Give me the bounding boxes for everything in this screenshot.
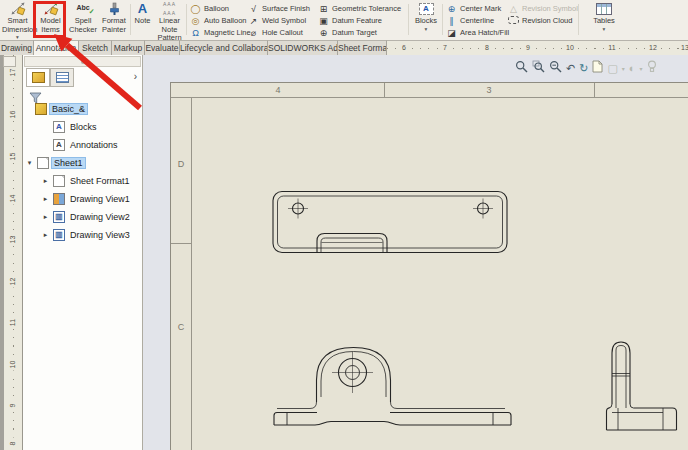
center-mark-button[interactable]: ⊕ Center Mark [446, 3, 501, 14]
revision-cloud-button[interactable]: Revision Cloud [508, 15, 572, 26]
format-painter-button[interactable]: Format Painter [99, 1, 129, 39]
tree-item-drawing-view2[interactable]: ▸ ▥ Drawing View2 [41, 210, 132, 224]
tab-evaluate[interactable]: Evaluate [145, 40, 180, 55]
expand-arrow-icon[interactable]: ▸ [41, 213, 50, 221]
blocks-button[interactable]: A Blocks ▾ [412, 1, 440, 39]
zone-border-line [191, 97, 192, 450]
note-label: Note [135, 16, 151, 25]
ruler-corner-box [3, 56, 16, 67]
zone-column-label: 3 [486, 85, 491, 95]
ribbon-annotation-toolbar: Smart Dimension ▾ Model Items Abc✓ Spell… [0, 0, 688, 41]
centerline-button[interactable]: ∥ Centerline [446, 15, 494, 26]
feature-tree-tab[interactable] [26, 68, 50, 87]
ruler-number: 9 [524, 44, 532, 51]
collapse-arrow-icon[interactable]: ▾ [25, 159, 34, 167]
ruler-number: 13 [9, 234, 16, 246]
horizontal-ruler-ticks [387, 48, 688, 49]
annotations-folder-icon: A [53, 139, 65, 151]
zoom-to-area-icon[interactable] [532, 60, 545, 76]
ribbon-separator [408, 4, 409, 35]
view-settings-caret-icon[interactable]: ▾ [622, 65, 625, 72]
zoom-in-out-icon[interactable] [549, 60, 562, 76]
center-mark-icon: ⊕ [446, 4, 457, 14]
drawing-view-icon: ▥ [53, 229, 65, 241]
revision-symbol-icon: △ [508, 4, 519, 14]
balloon-button[interactable]: ◯ Balloon [190, 3, 229, 14]
tab-markup[interactable]: Markup [112, 40, 145, 55]
surface-finish-icon: √ [248, 4, 259, 14]
geometric-tolerance-button[interactable]: ⊞ Geometric Tolerance [318, 3, 401, 14]
tab-sketch[interactable]: Sketch [79, 40, 112, 55]
graphics-area[interactable]: ↶ ↻ ▢ ▾ ◐ ▾ 4 3 D C [143, 55, 688, 450]
hole-callout-icon: ⌀ [248, 28, 259, 38]
tab-solidworks-addins[interactable]: SOLIDWORKS Add-Ins [268, 40, 338, 55]
note-button[interactable]: A Note [132, 1, 153, 39]
auto-balloon-button[interactable]: ◎ Auto Balloon [190, 15, 247, 26]
blocks-caret-icon[interactable]: ▾ [412, 27, 440, 32]
sheet-properties-icon[interactable] [592, 60, 603, 76]
surface-finish-button[interactable]: √ Surface Finish [248, 3, 310, 14]
zone-row-label: C [178, 322, 185, 332]
drawing-view3-side-view[interactable] [602, 337, 686, 433]
magnetic-line-icon: Ω [190, 28, 201, 38]
tab-lifecycle-collaboration[interactable]: Lifecycle and Collaboration [180, 40, 268, 55]
geometric-tolerance-icon: ⊞ [318, 4, 329, 14]
expand-arrow-icon[interactable]: ▸ [41, 231, 50, 239]
panel-expand-chevron-icon[interactable]: › [134, 71, 137, 82]
spell-checker-button[interactable]: Abc✓ Spell Checker [68, 1, 98, 39]
feature-manager-panel: › Basic_& A Blocks A Annotations ▾ Sheet… [23, 55, 143, 450]
datum-target-button[interactable]: ⊕ Datum Target [318, 27, 377, 38]
ruler-number: 6 [400, 44, 408, 51]
format-painter-icon [99, 1, 129, 16]
display-style-icon[interactable]: ◐ [629, 61, 636, 75]
previous-view-icon[interactable]: ↶ [566, 61, 575, 75]
ruler-number: 12 [647, 44, 659, 51]
expand-arrow-icon[interactable]: ▸ [41, 195, 50, 203]
magnetic-line-button[interactable]: Ω Magnetic Line [190, 27, 251, 38]
weld-symbol-button[interactable]: ↗ Weld Symbol [248, 15, 306, 26]
feature-tree-tab-icon [32, 72, 45, 83]
model-items-button[interactable]: Model Items [35, 1, 66, 39]
display-style-caret-icon[interactable]: ▾ [640, 65, 643, 72]
tree-item-sheet1[interactable]: ▾ Sheet1 [25, 156, 85, 170]
filter-icon[interactable] [29, 90, 43, 102]
zoom-to-fit-icon[interactable] [515, 60, 528, 76]
tab-annotation[interactable]: Annotation [34, 40, 79, 55]
smart-dimension-icon [2, 1, 33, 16]
ruler-number: 10 [9, 359, 16, 371]
spell-checker-label-2: Checker [69, 25, 97, 34]
linear-note-pattern-button[interactable]: AAAAAA Linear Note Pattern ▾ [154, 1, 185, 39]
horizontal-ruler: 6 7 8 9 10 11 12 13 [387, 40, 688, 55]
tree-item-sheet-format1[interactable]: ▸ Sheet Format1 [41, 174, 132, 188]
zone-border-line [171, 97, 688, 98]
tables-caret-icon[interactable]: ▾ [586, 27, 622, 32]
expand-arrow-icon[interactable]: ▸ [41, 177, 50, 185]
tree-item-blocks[interactable]: A Blocks [53, 120, 99, 134]
tree-item-root[interactable]: Basic_& [35, 102, 87, 116]
tab-sheet-format[interactable]: Sheet Format [338, 40, 387, 55]
tree-item-drawing-view1[interactable]: ▸ Drawing View1 [41, 192, 132, 206]
hole-callout-button[interactable]: ⌀ Hole Callout [248, 27, 303, 38]
drawing-view1-top-view[interactable] [265, 188, 515, 256]
panel-grab-bar[interactable] [24, 56, 141, 67]
tree-item-annotations[interactable]: A Annotations [53, 138, 120, 152]
tab-drawing[interactable]: Drawing [0, 40, 34, 55]
tables-button[interactable]: Tables ▾ [586, 1, 622, 39]
area-hatch-fill-button[interactable]: ◪ Area Hatch/Fill [446, 27, 509, 38]
revision-symbol-button[interactable]: △ Revision Symbol [508, 3, 578, 14]
ruler-number: 17 [9, 67, 16, 79]
format-painter-label-2: Painter [102, 25, 126, 34]
tree-item-label: Drawing View1 [68, 194, 132, 204]
tree-item-label: Blocks [68, 122, 99, 132]
linear-note-pattern-label-1: Linear Note [159, 16, 180, 34]
hide-show-items-icon[interactable] [647, 60, 657, 76]
tree-item-drawing-view3[interactable]: ▸ ▥ Drawing View3 [41, 228, 132, 242]
drawing-view2-front-view[interactable] [265, 335, 520, 435]
balloon-icon: ◯ [190, 4, 201, 14]
view-settings-icon[interactable]: ▢ [607, 61, 617, 75]
datum-feature-button[interactable]: ▣ Datum Feature [318, 15, 382, 26]
property-manager-tab[interactable] [50, 68, 74, 87]
smart-dimension-button[interactable]: Smart Dimension ▾ [2, 1, 33, 39]
ruler-number: 9 [9, 400, 16, 412]
redraw-icon[interactable]: ↻ [579, 61, 588, 75]
